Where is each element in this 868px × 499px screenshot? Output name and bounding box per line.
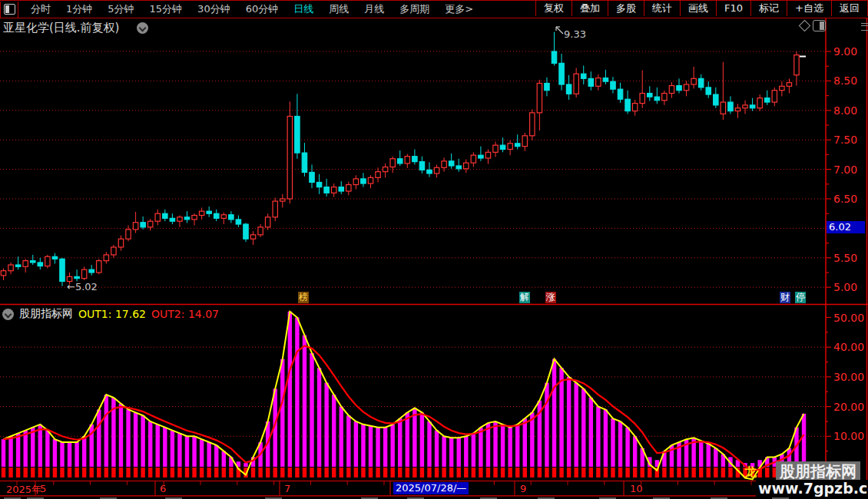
event-marker-解[interactable]: 解 <box>519 292 530 303</box>
period-tab-多周期[interactable]: 多周期 <box>392 2 437 16</box>
period-tab-5分钟[interactable]: 5分钟 <box>100 2 141 16</box>
band-segment <box>684 468 688 478</box>
out2-value: OUT2: 14.07 <box>151 308 219 320</box>
indicator-bar <box>177 433 181 467</box>
candle-body <box>449 161 453 166</box>
indicator-bar <box>361 425 365 467</box>
band-segment <box>104 468 108 478</box>
band-segment <box>97 468 101 478</box>
period-tab-日线[interactable]: 日线 <box>286 2 321 16</box>
band-segment <box>390 468 394 478</box>
window-panel-icon[interactable] <box>0 2 18 18</box>
candle-body <box>207 211 211 213</box>
candle-body <box>287 116 292 199</box>
candle-body <box>81 269 86 279</box>
band-segment <box>340 468 343 478</box>
band-segment <box>288 468 292 478</box>
period-tab-月线[interactable]: 月线 <box>356 2 392 16</box>
period-tab-15分钟[interactable]: 15分钟 <box>142 2 190 16</box>
candle-body <box>353 179 358 185</box>
indicator-bar <box>207 442 210 467</box>
band-segment <box>229 468 233 478</box>
event-marker-涨[interactable]: 涨 <box>545 292 556 303</box>
event-marker-财[interactable]: 财 <box>780 292 790 303</box>
indicator-bar <box>398 418 402 467</box>
chevron-down-icon[interactable] <box>137 22 148 34</box>
chevron-down-icon[interactable] <box>2 309 14 320</box>
band-segment <box>361 468 365 478</box>
indicator-bar <box>515 425 519 467</box>
toolbar-button-返回[interactable]: 返回 <box>831 0 868 16</box>
indicator-bar <box>8 436 12 467</box>
toolbar-button-叠加[interactable]: 叠加 <box>571 0 608 16</box>
band-segment <box>2 468 5 478</box>
candle-body <box>596 78 601 87</box>
indicator-bar <box>16 433 20 467</box>
indicator-bar <box>148 421 152 467</box>
period-tab-周线[interactable]: 周线 <box>321 2 356 16</box>
event-marker-停[interactable]: 停 <box>795 292 806 303</box>
candle-body <box>104 255 108 261</box>
candle-body <box>684 84 688 91</box>
sidebar-toggle-icon[interactable] <box>813 20 826 31</box>
event-marker-榜[interactable]: 榜 <box>298 292 309 303</box>
toolbar-button-多股[interactable]: 多股 <box>608 0 644 16</box>
toolbar-button-统计[interactable]: 统计 <box>644 0 680 16</box>
candle-body <box>192 216 197 220</box>
band-segment <box>670 468 674 478</box>
band-segment <box>280 468 284 478</box>
band-segment <box>677 468 681 478</box>
band-segment <box>479 468 482 478</box>
indicator-bar <box>222 451 226 467</box>
indicator-bar <box>412 408 416 467</box>
period-tab-1分钟[interactable]: 1分钟 <box>58 2 100 16</box>
candle-body <box>625 99 630 111</box>
toolbar-button-复权[interactable]: 复权 <box>535 0 571 16</box>
band-segment <box>23 468 27 478</box>
indicator-bar <box>156 425 160 467</box>
toolbar-button-F10[interactable]: F10 <box>716 0 750 16</box>
band-segment <box>141 468 144 478</box>
candle-body <box>23 261 28 267</box>
band-segment <box>420 468 424 478</box>
candle-body <box>265 217 270 227</box>
candle-body <box>89 269 94 273</box>
band-segment <box>214 468 218 478</box>
band-segment <box>728 468 732 478</box>
candle-body <box>479 155 483 158</box>
candle-body <box>1 271 5 276</box>
period-tab-分时[interactable]: 分时 <box>23 2 58 16</box>
price-label: 7.50 <box>833 134 857 146</box>
toolbar-button-+自选[interactable]: +自选 <box>787 0 831 16</box>
band-segment <box>38 468 42 478</box>
indicator-bar <box>288 312 292 467</box>
candle-body <box>662 94 667 101</box>
toolbar-button-画线[interactable]: 画线 <box>680 0 716 16</box>
band-segment <box>156 468 160 478</box>
indicator-bar <box>523 418 527 467</box>
period-tab-更多>[interactable]: 更多> <box>437 2 481 16</box>
indicator-bar <box>45 431 49 467</box>
band-segment <box>412 468 416 478</box>
candle-body <box>714 94 718 105</box>
band-segment <box>449 468 453 478</box>
indicator-bar <box>53 439 57 467</box>
band-segment <box>508 468 512 478</box>
indicator-value-label: 50.00 <box>833 312 864 324</box>
period-tab-30分钟[interactable]: 30分钟 <box>190 2 238 16</box>
band-segment <box>625 468 629 478</box>
candle-body <box>8 265 13 271</box>
candle-body <box>794 55 799 75</box>
candle-body <box>640 94 644 104</box>
candle-body <box>141 223 145 227</box>
band-segment <box>273 468 277 478</box>
period-tab-60分钟[interactable]: 60分钟 <box>238 2 287 16</box>
toolbar-button-标记[interactable]: 标记 <box>750 0 787 16</box>
candle-body <box>177 217 182 221</box>
indicator-bar <box>82 436 86 467</box>
indicator-bar <box>104 395 108 467</box>
menu-icon[interactable] <box>861 23 868 31</box>
chart-canvas <box>0 0 868 499</box>
candle-body <box>677 86 681 91</box>
band-segment <box>60 468 64 478</box>
